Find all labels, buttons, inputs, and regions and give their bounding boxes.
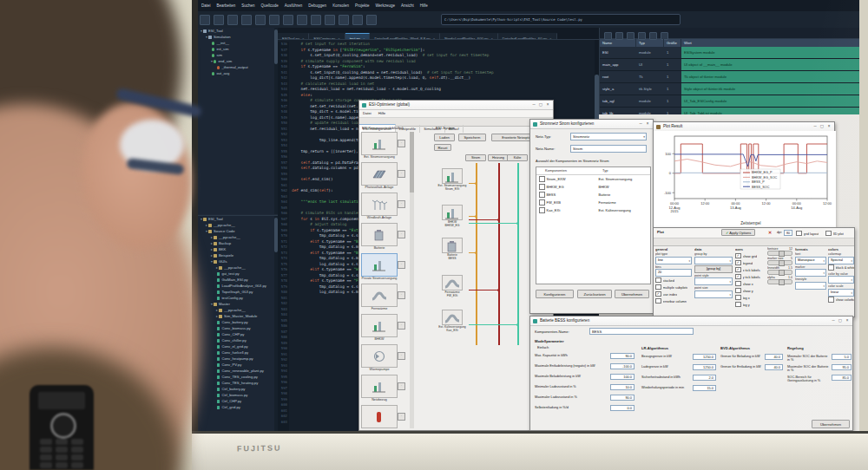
parameter-input[interactable]: -100.0 <box>610 363 635 369</box>
net-window-controls[interactable]: ─× <box>637 120 651 128</box>
toolbar-icon[interactable] <box>255 15 266 25</box>
editor-tab[interactable]: test.py× <box>345 33 371 40</box>
component-selection-list[interactable]: KomponentenTyp Strom_EXWExt. Stromversor… <box>536 166 651 284</box>
tree-item[interactable]: ▸BKK <box>198 246 278 252</box>
table-row[interactable]: rootTk1Tk object of tkinter module <box>600 71 859 83</box>
color-by-value-select[interactable]: ▾ <box>828 276 854 284</box>
tree-item[interactable]: Ctrl_grid.py <box>198 404 278 410</box>
menu-item-projekte[interactable]: Projekte <box>355 3 370 8</box>
bus-header-strom[interactable]: Strom <box>465 154 486 161</box>
network-canvas[interactable]: StromHeizungKälteExt. StromversorgungStr… <box>359 153 555 431</box>
tree-item[interactable]: ▾Master <box>198 301 278 307</box>
tree-item[interactable]: Conv_TES_heating.py <box>198 380 278 386</box>
tree-item[interactable]: gui_test.py <box>198 271 278 277</box>
tree-item[interactable]: _thermal_output <box>198 64 278 70</box>
menu-item-suchen[interactable]: Suchen <box>241 3 254 8</box>
plot-window-controls[interactable]: ─▢× <box>812 122 832 131</box>
component-name-input[interactable]: BESS <box>589 328 694 335</box>
maximize-icon[interactable]: ▢ <box>837 317 844 325</box>
option-checkbox-row[interactable]: multiple subplots <box>655 284 692 290</box>
table-row[interactable]: tab_aglmodule1UI_Tab_ESIConfig module <box>600 95 859 108</box>
editor-tab[interactable]: ESICenter.py× <box>309 33 345 40</box>
menu-item-debuggen[interactable]: Debuggen <box>308 3 326 8</box>
tree-item[interactable]: ▾Source Code <box>198 228 278 234</box>
option-checkbox-row[interactable]: log x <box>735 294 765 301</box>
checkbox[interactable] <box>828 264 834 271</box>
parameter-input[interactable]: 1250.0 <box>693 354 716 360</box>
point-size-select[interactable]: ▾ <box>694 290 733 298</box>
tree-item[interactable]: Conv_renewable_plant.py <box>198 368 278 374</box>
toolbar-icon[interactable] <box>325 15 335 25</box>
bus-header-heizung[interactable]: Heizung <box>488 154 509 161</box>
component-row[interactable]: FW_EXBFernwärme <box>536 199 650 206</box>
tree-item[interactable]: Conv_CHP.py <box>198 331 278 337</box>
checkbox[interactable] <box>796 231 802 237</box>
dpi-input[interactable]: 80 <box>784 230 792 236</box>
toolbar-icon[interactable] <box>227 15 238 25</box>
reset-button[interactable]: Reset <box>434 144 451 151</box>
parameter-input[interactable]: 0.0 <box>610 405 635 411</box>
parameter-input[interactable]: 1250.0 <box>693 364 716 370</box>
plot-type-select[interactable]: line▾ <box>655 257 692 264</box>
editor-tab[interactable]: DetailedLoadProfiles_Wind_8.8.py× <box>370 33 440 40</box>
parameter-input[interactable]: 85.0 <box>832 375 852 381</box>
bus-header-kälte[interactable]: Kälte <box>507 154 528 161</box>
minimize-icon[interactable]: ─ <box>637 120 644 128</box>
canvas-component[interactable]: FernwärmeFW_EXt <box>436 275 469 297</box>
configure-button[interactable]: Konfigurieren <box>536 290 574 298</box>
maximize-icon[interactable]: ▢ <box>537 101 544 109</box>
checkbox[interactable] <box>655 284 661 290</box>
table-row[interactable]: main_appUI1UI object of __main__ module <box>600 59 859 71</box>
tree-item[interactable]: Conv_el_grid.py <box>198 343 278 349</box>
bins-input[interactable]: 20 <box>655 269 692 277</box>
parameter-input[interactable]: 5.0 <box>832 354 852 360</box>
apply-net-button[interactable]: Übernehmen <box>615 290 649 298</box>
tree-item[interactable]: GuiMain_ESI.py <box>198 277 278 283</box>
groupby-button[interactable]: [group by] <box>694 265 733 273</box>
slider-thumb[interactable] <box>779 279 785 285</box>
table-row[interactable]: style_attk.Style1Style object of tkinter… <box>600 83 859 95</box>
color-scale-select[interactable]: linear▾ <box>828 289 854 297</box>
colormap-select[interactable]: Spectral▾ <box>828 257 854 264</box>
toolbar-icon[interactable] <box>214 15 224 25</box>
esi-window-controls[interactable]: ─▢× <box>530 101 551 109</box>
editor-tab[interactable]: NordicLoadProfiles_600.py× <box>440 33 498 40</box>
component-row[interactable]: BESSBatterie <box>536 191 650 199</box>
option-checkbox-row[interactable]: stacked <box>655 277 692 284</box>
checkbox[interactable]: ✓ <box>655 291 661 297</box>
option-checkbox-row[interactable]: ✓show grid <box>735 252 765 259</box>
tree-item[interactable]: ▸__pycache__ <box>198 264 278 271</box>
toolbar-icon[interactable] <box>269 15 279 25</box>
canvas-component[interactable]: BatterieBESS <box>436 238 469 260</box>
tree-item[interactable]: Conv_heatpump.py <box>198 356 278 362</box>
checkbox[interactable] <box>735 281 741 287</box>
battery-window-controls[interactable]: ─▢× <box>830 317 851 325</box>
clear-icon[interactable]: ✕ <box>768 230 772 235</box>
parameter-input[interactable]: 2.0 <box>693 375 716 381</box>
save-button[interactable]: Speichern <box>458 134 486 141</box>
menu-item-ausführen[interactable]: Ausführen <box>285 3 303 8</box>
canvas-component[interactable]: Ext. StromversorgungStrom_EXt <box>436 168 469 191</box>
groupby-select[interactable]: ▾ <box>694 257 733 264</box>
slider-track[interactable] <box>767 270 792 275</box>
tree-item[interactable]: Conv_biomass.py <box>198 325 278 331</box>
add-component-button[interactable]: · <box>398 140 405 147</box>
checkbox[interactable] <box>539 192 545 198</box>
battery-titlebar[interactable]: Batterie BESS konfigurieren ─▢× <box>530 317 852 326</box>
tree-item[interactable]: ▸Sim_Master_Module <box>198 313 278 319</box>
slider-track[interactable] <box>767 251 792 256</box>
tree-item[interactable]: Conv_TES_cooling.py <box>198 374 278 380</box>
toolbar-icon[interactable] <box>297 15 307 25</box>
canvas-component[interactable]: Ext. KälteversorgungKae_EXt <box>436 310 469 332</box>
tree-item[interactable]: Ctrl_CHP.py <box>198 398 278 404</box>
checkbox[interactable] <box>825 231 832 237</box>
toolbar-icon[interactable] <box>311 15 321 25</box>
tree-item[interactable]: Ctrl_battery.py <box>198 386 278 392</box>
parameter-input[interactable]: 95.0 <box>832 364 852 370</box>
option-checkbox-row[interactable]: ✓legend <box>735 259 765 266</box>
tree-item[interactable]: ▾ESI_Tool <box>198 28 278 34</box>
tree-item[interactable]: out_avg <box>198 70 278 76</box>
slider-thumb[interactable] <box>779 251 785 257</box>
toolbar-icon[interactable] <box>283 15 293 25</box>
minimize-icon[interactable]: ─ <box>812 122 819 131</box>
